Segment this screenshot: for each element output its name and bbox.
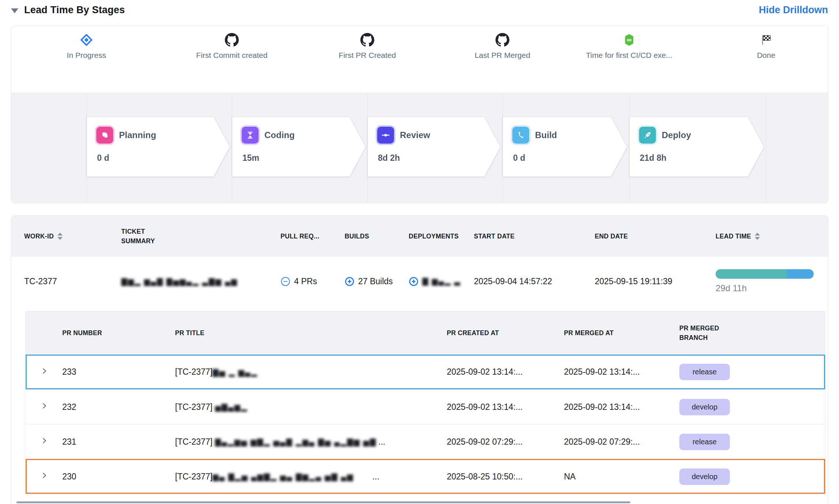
milestone-done: Done <box>704 33 828 60</box>
pr-created-at: 2025-09-02 13:14:... <box>447 367 564 377</box>
stage-duration: 0 d <box>513 153 627 163</box>
col-label: PR MERGED AT <box>564 329 614 337</box>
pr-title-prefix: [TC-2377] <box>175 437 212 446</box>
stage-review: Review 8d 2h <box>368 117 500 177</box>
chevron-right-icon[interactable] <box>40 367 48 375</box>
pr-number: 233 <box>62 367 175 377</box>
sort-icon[interactable] <box>57 233 63 240</box>
col-start-date: START DATE <box>474 233 595 240</box>
col-label: PR CREATED AT <box>447 329 499 337</box>
finish-flag-icon <box>704 33 828 47</box>
pr-created-at: 2025-08-25 10:50:... <box>447 472 564 482</box>
pr-number: 232 <box>62 402 175 412</box>
milestone-cicd: ∞ Time for first CI/CD exe... <box>567 33 691 60</box>
planning-icon <box>96 127 113 144</box>
pr-merged-at: 2025-09-02 07:29:... <box>564 437 679 447</box>
pr-title-prefix: [TC-2377] <box>175 472 212 481</box>
pr-title: [TC-2377] ▅▇▄▆▂ <box>175 402 447 412</box>
milestone-label: Done <box>704 51 828 60</box>
github-icon <box>440 33 565 47</box>
section-header: Lead Time By Stages Hide Drilldown <box>11 4 828 16</box>
hide-drilldown-link[interactable]: Hide Drilldown <box>759 4 828 16</box>
commit-icon <box>377 127 394 144</box>
pr-table-header: PR NUMBER PR TITLE PR CREATED AT PR MERG… <box>26 311 825 355</box>
pr-number: 230 <box>62 472 175 482</box>
col-label: DEPLOYMENTS <box>409 233 459 240</box>
col-pr-number: PR NUMBER <box>62 329 175 337</box>
col-label: PR TITLE <box>175 329 204 337</box>
col-pr-created-at: PR CREATED AT <box>447 329 564 337</box>
col-label: PR NUMBER <box>62 329 102 337</box>
pr-title-prefix: [TC-2377] <box>175 402 212 412</box>
col-builds: BUILDS <box>345 233 409 240</box>
milestone-label: First PR Created <box>305 51 430 60</box>
chevron-right-icon[interactable] <box>40 402 48 410</box>
horizontal-scrollbar-thumb[interactable] <box>16 501 630 503</box>
pr-row-233[interactable]: 233 [TC-2377]▇▅ ▂ ▆▄▂ 2025-09-02 13:14:.… <box>26 355 825 389</box>
github-icon <box>305 33 430 47</box>
stage-duration: 21d 8h <box>640 153 764 163</box>
pr-title-ellipsis: ... <box>378 437 385 446</box>
pr-merged-at: 2025-09-02 13:14:... <box>564 402 679 412</box>
branch-badge: release <box>679 364 730 380</box>
pr-table: PR NUMBER PR TITLE PR CREATED AT PR MERG… <box>25 311 825 494</box>
col-label: START DATE <box>474 233 515 240</box>
col-pr-merged-at: PR MERGED AT <box>564 329 679 337</box>
pr-title: [TC-2377] ▇▄▂▆▅ ▆▇▂ ▅▄▇ ▂▆▄ ▇▅ ▄▂▇▆ ▅▇ .… <box>175 437 447 447</box>
col-label: BUILDS <box>345 233 369 240</box>
stage-duration: 15m <box>242 153 365 163</box>
col-ticket-summary: TICKET SUMMARY <box>121 227 281 246</box>
lane-divider <box>766 93 766 203</box>
builds-count-label: 27 Builds <box>358 277 393 286</box>
pr-count-label: 4 PRs <box>294 277 317 286</box>
redacted-deployments: ▇ ▆▄▂ ▃ <box>422 277 463 286</box>
pr-row-231[interactable]: 231 [TC-2377] ▇▄▂▆▅ ▆▇▂ ▅▄▇ ▂▆▄ ▇▅ ▄▂▇▆ … <box>26 424 825 459</box>
pr-created-at: 2025-09-02 13:14:... <box>447 402 564 412</box>
col-label: PULL REQ... <box>281 233 319 240</box>
collapse-circle-icon <box>281 277 290 286</box>
chevron-right-icon[interactable] <box>40 471 48 479</box>
expand-circle-icon <box>345 277 354 286</box>
lead-time-drilldown-page: Lead Time By Stages Hide Drilldown In Pr… <box>0 0 839 504</box>
work-items-table: WORK-ID TICKET SUMMARY PULL REQ... BUILD… <box>11 215 828 504</box>
sort-icon[interactable] <box>755 233 760 240</box>
pr-created-at: 2025-09-02 07:29:... <box>447 437 564 447</box>
col-lead-time[interactable]: LEAD TIME <box>716 233 828 240</box>
work-item-row: TC-2377 ▇▆▂ ▆▄▇ ▇▅▆▄▂ ▃▇▆ ▄▆ 4 PRs 27 Bu… <box>11 257 828 306</box>
start-date-cell: 2025-09-04 14:57:22 <box>474 277 595 286</box>
svg-text:∞: ∞ <box>627 36 631 44</box>
collapse-caret-icon[interactable] <box>11 8 18 13</box>
pr-row-230[interactable]: 230 [TC-2377]▆▄ ▇▂▅ ▄▆▇▂ ▅▄ ▇▆▂▄ ▅▇ ▄▆ .… <box>26 459 825 494</box>
stage-lane: Planning 0 d Coding 15m <box>11 93 828 203</box>
cicd-icon: ∞ <box>567 33 691 47</box>
col-pr-title: PR TITLE <box>175 329 447 337</box>
pr-row-232[interactable]: 232 [TC-2377] ▅▇▄▆▂ 2025-09-02 13:14:...… <box>26 389 825 424</box>
hourglass-icon <box>242 127 259 144</box>
pull-requests-cell[interactable]: 4 PRs <box>281 277 345 286</box>
stage-name: Planning <box>119 130 156 140</box>
milestone-label: Time for first CI/CD exe... <box>567 51 691 60</box>
stage-duration: 0 d <box>97 153 230 163</box>
col-deployments: DEPLOYMENTS <box>409 233 474 240</box>
lead-time-bar-teal-segment <box>716 269 786 279</box>
lead-time-cell: 29d 11h <box>716 269 828 293</box>
chevron-right-icon[interactable] <box>40 437 48 445</box>
stage-name: Build <box>535 130 557 140</box>
col-pull-requests: PULL REQ... <box>281 233 345 240</box>
pr-merged-at: 2025-09-02 13:14:... <box>564 367 679 377</box>
pr-title: [TC-2377]▇▅ ▂ ▆▄▂ <box>175 367 447 377</box>
pr-title-ellipsis: ... <box>372 472 379 481</box>
deployments-cell[interactable]: ▇ ▆▄▂ ▃ <box>409 277 474 286</box>
col-end-date: END DATE <box>595 233 716 240</box>
milestone-first-pr: First PR Created <box>305 33 430 60</box>
work-id-cell: TC-2377 <box>24 277 121 286</box>
col-work-id[interactable]: WORK-ID <box>24 233 121 240</box>
pr-number: 231 <box>62 437 175 447</box>
milestone-label: In Progress <box>24 51 149 60</box>
jira-status-icon <box>24 33 149 47</box>
branch-badge: release <box>679 434 730 450</box>
pr-title-prefix: [TC-2377] <box>175 367 212 377</box>
stage-pipeline-card: In Progress First Commit created First P… <box>11 26 828 203</box>
stage-planning: Planning 0 d <box>87 117 230 177</box>
builds-cell[interactable]: 27 Builds <box>345 277 409 286</box>
